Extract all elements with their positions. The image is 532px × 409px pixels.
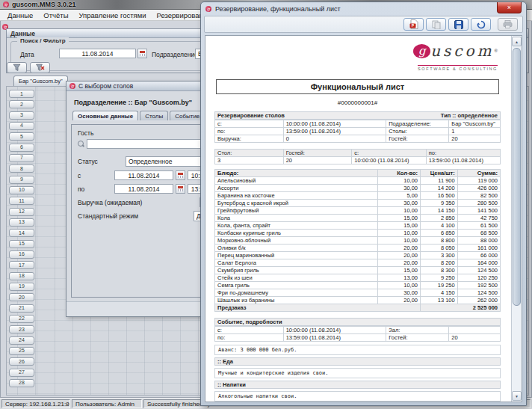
- status-user: Пользователь: Admin: [72, 399, 142, 408]
- status-label: Статус: [78, 158, 126, 165]
- info-row: Выручка:0 Гостей:20: [215, 135, 501, 143]
- table-header-row: Стол: Гостей: с: по:: [215, 150, 501, 157]
- table-button[interactable]: 10: [9, 186, 34, 194]
- menu-item[interactable]: Управление гостями: [73, 10, 151, 20]
- menu-item[interactable]: Данные: [2, 10, 38, 20]
- table-button[interactable]: 18: [9, 272, 34, 280]
- scroll-down-icon[interactable]: ▼: [512, 391, 522, 401]
- table-button[interactable]: 15: [9, 240, 34, 248]
- reservation-section-header: Резервирование столов Тип :: определённо…: [214, 111, 501, 120]
- filter-clear-button[interactable]: [30, 62, 50, 73]
- table-button[interactable]: 6: [9, 144, 34, 152]
- section-header: :: Напитки: [214, 381, 501, 389]
- logo-subtitle: SOFTWARE & CONSULTING: [418, 65, 498, 71]
- copy-icon: [432, 20, 441, 29]
- menu-item[interactable]: Отчёты: [38, 10, 73, 20]
- printer-icon: [503, 20, 513, 28]
- scroll-up-icon[interactable]: ▲: [512, 37, 522, 46]
- menu-item-row: Перец маринованный 20,00 3 300 66 000: [215, 252, 501, 259]
- table-button[interactable]: 8: [9, 164, 34, 173]
- table-button[interactable]: 3: [9, 111, 34, 120]
- to-date-input[interactable]: [114, 184, 173, 194]
- event-row: с:10:00:00 (11.08.2014) Зал:: [215, 327, 501, 334]
- detail-section: :: Еда Мучные и кондитерские изделия сво…: [214, 357, 501, 378]
- report-window: g Резервирование, функциональный лист × …: [200, 1, 527, 406]
- to-label: по: [78, 185, 114, 193]
- document-scrollbar[interactable]: ▲ ▼: [511, 36, 522, 402]
- document-title: Функциональный лист: [216, 79, 499, 94]
- table-button[interactable]: 17: [9, 261, 34, 269]
- close-button[interactable]: ×: [497, 2, 522, 13]
- menu-table: Блюдо: Кол-во: Цена/шт: Сумма: Апельсино…: [214, 169, 501, 312]
- table-button[interactable]: 13: [9, 218, 34, 227]
- table-button[interactable]: 26: [9, 357, 34, 366]
- table-button[interactable]: 21: [9, 304, 34, 313]
- guscom-logo: g uscom ® SOFTWARE & CONSULTING: [214, 42, 501, 73]
- from-calendar-button[interactable]: [176, 170, 185, 180]
- save-icon: [454, 20, 463, 29]
- tab-tables[interactable]: Столы: [140, 111, 168, 120]
- funnel-icon: [13, 64, 21, 72]
- tab-main-data[interactable]: Основные данные: [72, 111, 138, 120]
- report-toolbar: P: [204, 16, 523, 33]
- table-button[interactable]: 1: [9, 90, 34, 98]
- menu-item-row: Бутерброд с красной икрой 30,00 9 350 28…: [215, 200, 501, 207]
- reservation-type: Тип :: определённое: [441, 112, 498, 119]
- status-server: Сервер: 192.168.1.21:8080: [1, 399, 70, 408]
- table-button[interactable]: 25: [9, 347, 34, 355]
- copy-button[interactable]: [426, 18, 446, 31]
- table-button[interactable]: 2: [9, 100, 34, 108]
- save-button[interactable]: [448, 18, 468, 31]
- print-button[interactable]: [498, 18, 518, 31]
- refresh-button[interactable]: [471, 18, 491, 31]
- reservation-info-table: с:10:00:00 (11.08.2014) Подразделение:Ба…: [214, 120, 501, 143]
- to-calendar-button[interactable]: [176, 184, 185, 194]
- table-button[interactable]: 16: [9, 250, 34, 259]
- table-button[interactable]: 9: [9, 176, 34, 184]
- menu-item-row: Салат Берлога 20,00 8 200 164 000: [215, 259, 501, 267]
- logo-g-icon: g: [413, 44, 430, 58]
- table-button[interactable]: 7: [9, 154, 34, 162]
- table-button[interactable]: 19: [9, 283, 34, 291]
- bar-tab[interactable]: Бар "Guscom.by": [13, 76, 68, 86]
- detail-section: :: Напитки Алкогольные напитки свои.: [214, 381, 501, 402]
- document-page: g uscom ® SOFTWARE & CONSULTING Функцион…: [205, 36, 511, 402]
- from-label: с: [78, 172, 114, 179]
- menu-item-row: Колбаски куриные гриль 10,00 6 850 68 50…: [215, 230, 501, 237]
- table-button[interactable]: 5: [9, 132, 34, 141]
- table-button[interactable]: 20: [9, 293, 34, 301]
- from-date-input[interactable]: [114, 170, 173, 180]
- table-button[interactable]: 14: [9, 229, 34, 237]
- menu-item-row: Стейк из шеи 13,00 9 250 120 250: [215, 274, 501, 282]
- standard-mode-label: Стандартный режим: [78, 212, 194, 220]
- table-button[interactable]: 27: [9, 369, 34, 377]
- menu-item-row: Оливки б/к 20,00 8 050 161 000: [215, 245, 501, 252]
- menu-item-row: Кола, фанта, спрайт 15,00 4 100 61 500: [215, 222, 501, 230]
- preorder-total-row: Предзаказ 2 525 000: [215, 304, 501, 312]
- date-input[interactable]: [59, 49, 136, 58]
- filter-button[interactable]: [7, 62, 27, 73]
- event-table: с:10:00:00 (11.08.2014) Зал: по:13:59:00…: [214, 326, 501, 342]
- table-button[interactable]: 24: [9, 336, 34, 345]
- export-pdf-button[interactable]: P: [403, 18, 424, 31]
- search-filter-legend: Поиск / Фильтр: [17, 37, 69, 44]
- menu-item-row: Скумбрия гриль 15,00 8 300 124 500: [215, 267, 501, 274]
- document-viewport: g uscom ® SOFTWARE & CONSULTING Функцион…: [205, 35, 522, 402]
- table-button[interactable]: 23: [9, 325, 34, 333]
- table-button[interactable]: 28: [9, 379, 34, 387]
- refresh-icon: [477, 20, 486, 29]
- report-titlebar[interactable]: g Резервирование, функциональный лист: [201, 2, 526, 15]
- table-button[interactable]: 22: [9, 315, 34, 323]
- section-header: :: Еда: [214, 357, 501, 366]
- menu-item-row: Шашлык из баранины 20,00 13 100 262 000: [215, 297, 501, 304]
- event-section-header: Событие, подробности: [214, 318, 501, 326]
- pdf-icon: P: [409, 19, 418, 29]
- table-button[interactable]: 12: [9, 208, 34, 216]
- date-calendar-button[interactable]: [137, 49, 147, 58]
- table-button[interactable]: 4: [9, 122, 34, 130]
- scrollbar-thumb[interactable]: [513, 48, 521, 306]
- advance-note: Аванс: 3 000 000 бел.руб.: [214, 345, 501, 355]
- division-label: Подразделение: [152, 51, 198, 58]
- menu-item-row: Кола 15,00 2 850 42 750: [215, 215, 501, 222]
- table-button[interactable]: 11: [9, 197, 34, 205]
